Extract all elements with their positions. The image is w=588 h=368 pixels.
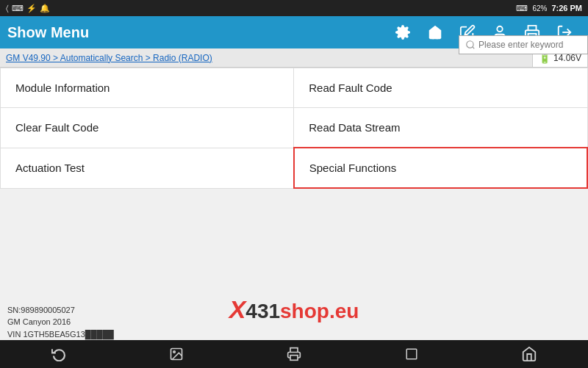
vehicle-model: GM Canyon 2016 — [7, 316, 114, 328]
recent-apps-button[interactable] — [390, 340, 434, 368]
actuation-test-label: Actuation Test — [15, 162, 85, 174]
read-fault-code-cell[interactable]: Read Fault Code — [294, 68, 587, 108]
read-data-stream-label: Read Data Stream — [309, 121, 400, 134]
menu-table: Module Information Read Fault Code Clear… — [0, 68, 588, 189]
read-fault-code-label: Read Fault Code — [309, 82, 392, 94]
bottom-info: SN:989890005027 GM Canyon 2016 VIN 1GTH5… — [7, 304, 114, 341]
bt-icon: ⌨ — [12, 4, 24, 13]
svg-point-1 — [497, 26, 502, 32]
svg-rect-9 — [406, 349, 417, 359]
read-data-stream-cell[interactable]: Read Data Stream — [294, 108, 587, 148]
main-content: Module Information Read Fault Code Clear… — [0, 68, 588, 189]
search-input[interactable] — [478, 40, 581, 50]
settings-button[interactable] — [387, 16, 419, 48]
print2-button[interactable] — [272, 340, 316, 368]
alarm-icon: 🔔 — [40, 4, 50, 13]
gallery-button[interactable] — [154, 340, 198, 368]
home-button[interactable] — [419, 16, 451, 48]
usb-icon: ⚡ — [26, 4, 37, 13]
table-row: Actuation Test Special Functions — [1, 148, 588, 188]
table-row: Module Information Read Fault Code — [1, 68, 588, 108]
clock: 7:26 PM — [551, 4, 582, 12]
breadcrumb[interactable]: GM V49.90 > Automatically Search > Radio… — [6, 53, 212, 63]
serial-number: SN:989890005027 — [7, 304, 114, 317]
watermark-x: X — [229, 295, 246, 323]
home-nav-button[interactable] — [507, 340, 551, 368]
special-functions-label: Special Functions — [309, 162, 396, 174]
status-bar: 〈 ⌨ ⚡ 🔔 ⌨ 62% 7:26 PM — [0, 0, 588, 16]
search-bar[interactable] — [459, 35, 588, 54]
wifi-icon: 〈 — [6, 4, 9, 13]
watermark-middle: 431 — [245, 300, 280, 322]
table-row: Clear Fault Code Read Data Stream — [1, 108, 588, 148]
actuation-test-cell[interactable]: Actuation Test — [1, 148, 294, 188]
search-icon — [465, 40, 476, 50]
special-functions-cell[interactable]: Special Functions — [294, 148, 587, 188]
svg-rect-8 — [290, 356, 298, 361]
watermark-suffix: shop.eu — [280, 300, 359, 322]
clear-fault-code-label: Clear Fault Code — [15, 121, 98, 134]
module-information-cell[interactable]: Module Information — [1, 68, 294, 108]
svg-point-7 — [173, 351, 176, 353]
toolbar-title: Show Menu — [7, 24, 387, 41]
svg-line-5 — [473, 47, 475, 49]
vin-number: VIN 1GTH5BEA5G13█████ — [7, 328, 114, 341]
module-information-label: Module Information — [15, 82, 110, 94]
battery-level: 62% — [532, 4, 547, 12]
nav-bar — [0, 340, 588, 368]
clear-fault-code-cell[interactable]: Clear Fault Code — [1, 108, 294, 148]
voltage-value: 14.06V — [553, 53, 581, 63]
watermark: X431shop.eu — [229, 295, 359, 324]
svg-point-4 — [467, 41, 473, 48]
back-button[interactable] — [37, 340, 81, 368]
bluetooth-icon: ⌨ — [516, 4, 528, 13]
